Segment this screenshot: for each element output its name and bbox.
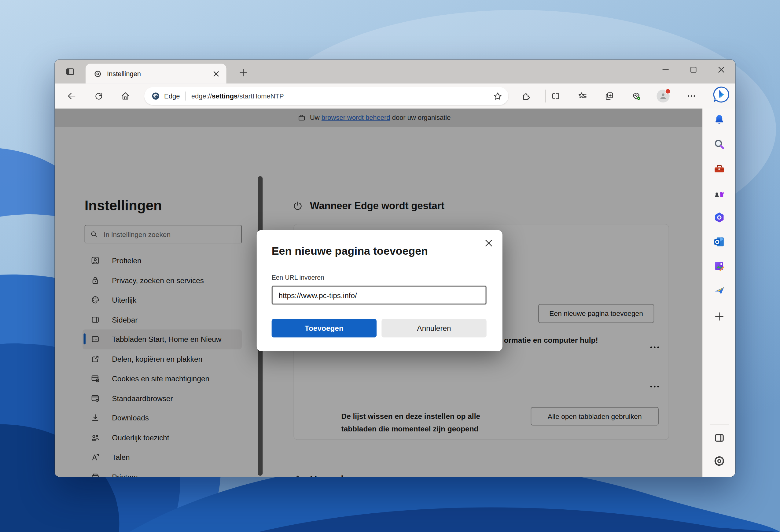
tab-instellingen[interactable]: Instellingen [86, 63, 227, 84]
add-page-dialog: Een nieuwe pagina toevoegen Een URL invo… [257, 230, 502, 351]
refresh-icon [94, 91, 103, 101]
plus-icon [714, 311, 724, 322]
outlook-icon [713, 235, 725, 248]
dialog-cancel-button[interactable]: Annuleren [382, 319, 486, 337]
favorites-button[interactable] [573, 87, 592, 105]
microsoft-365-icon [713, 211, 725, 224]
notifications-button[interactable] [713, 113, 725, 126]
minimize-icon [662, 66, 669, 73]
workspaces-button[interactable] [63, 65, 78, 79]
back-button[interactable] [62, 87, 82, 105]
dialog-url-input[interactable] [272, 286, 487, 304]
favorite-star-icon[interactable] [493, 91, 502, 101]
browser-window: Instellingen [55, 60, 735, 477]
dialog-close-button[interactable] [481, 236, 495, 250]
address-bar[interactable]: Edge edge://settings/startHomeNTP [144, 87, 508, 105]
tools-button[interactable] [713, 162, 725, 175]
desktop: Instellingen [0, 0, 780, 532]
settings-gear-favicon [94, 69, 102, 78]
plus-icon [239, 69, 247, 77]
home-button[interactable] [115, 87, 135, 105]
titlebar: Instellingen [55, 60, 735, 84]
image-designer-icon [713, 260, 725, 273]
microsoft-365-button[interactable] [713, 211, 725, 224]
home-icon [120, 91, 131, 101]
collections-icon [604, 91, 614, 101]
dialog-url-label: Een URL invoeren [272, 274, 324, 281]
search-button[interactable] [713, 138, 725, 151]
minimize-button[interactable] [652, 60, 679, 80]
sidebar-panel-icon [713, 432, 725, 444]
sidebar-panel-button[interactable] [713, 432, 725, 444]
maximize-button[interactable] [679, 60, 707, 80]
url-text: edge://settings/startHomeNTP [191, 92, 493, 100]
search-icon [713, 138, 725, 151]
dialog-add-button[interactable]: Toevoegen [272, 319, 377, 337]
puzzle-icon [521, 91, 531, 101]
ellipsis-icon [687, 94, 696, 98]
outlook-button[interactable] [713, 235, 725, 248]
tab-title: Instellingen [107, 70, 205, 77]
profile-avatar [656, 90, 669, 102]
heart-pulse-icon [631, 91, 641, 101]
split-screen-icon [551, 91, 561, 101]
bell-icon [713, 113, 725, 126]
edge-sidebar-rail [702, 108, 735, 477]
rail-divider [710, 424, 729, 425]
maximize-icon [690, 66, 697, 73]
split-screen-button[interactable] [546, 87, 566, 105]
window-controls [652, 60, 735, 80]
close-icon [485, 239, 492, 246]
bing-chat-icon [713, 86, 730, 104]
close-icon [213, 71, 218, 77]
toolbar: Edge edge://settings/startHomeNTP [55, 84, 735, 108]
refresh-button[interactable] [89, 87, 108, 105]
close-window-button[interactable] [707, 60, 735, 80]
favorites-hub-icon [578, 91, 588, 101]
games-button[interactable] [713, 187, 725, 199]
address-divider [185, 91, 186, 100]
bing-chat-button[interactable] [713, 86, 730, 104]
tab-close-button[interactable] [210, 68, 221, 79]
edge-logo-icon [151, 91, 160, 100]
browser-essentials-button[interactable] [626, 87, 646, 105]
new-tab-button[interactable] [236, 66, 251, 79]
rail-settings-button[interactable] [713, 455, 725, 468]
site-label: Edge [164, 92, 180, 100]
chess-icon [713, 187, 725, 199]
paper-plane-icon [713, 284, 725, 297]
dialog-title: Een nieuwe pagina toevoegen [272, 245, 428, 258]
workspaces-icon [65, 67, 75, 77]
back-icon [67, 91, 77, 101]
drop-button[interactable] [713, 284, 725, 297]
close-icon [718, 66, 725, 73]
profile-button[interactable] [653, 87, 673, 105]
rail-add-button[interactable] [714, 311, 724, 322]
notification-dot [665, 89, 671, 94]
designer-button[interactable] [713, 260, 725, 273]
collections-button[interactable] [599, 87, 619, 105]
extensions-button[interactable] [516, 87, 536, 105]
toolbox-icon [713, 162, 725, 175]
settings-more-button[interactable] [682, 87, 701, 105]
settings-gear-icon [713, 455, 725, 468]
